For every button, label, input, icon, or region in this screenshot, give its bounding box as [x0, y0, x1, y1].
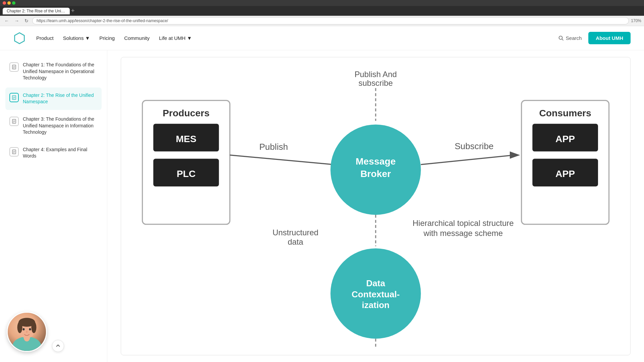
- hier-label-2: with message scheme: [423, 229, 503, 238]
- logo[interactable]: [13, 32, 25, 44]
- nav-right: Search About UMH: [558, 32, 631, 44]
- sidebar-ch4-label: Chapter 4: Examples and Final Words: [23, 146, 98, 160]
- svg-point-25: [23, 328, 25, 330]
- svg-point-27: [26, 331, 28, 333]
- back-button[interactable]: ←: [3, 17, 11, 24]
- nav-community[interactable]: Community: [124, 35, 150, 41]
- close-dot[interactable]: [3, 1, 6, 5]
- forward-button[interactable]: →: [13, 17, 21, 24]
- message-broker-label-1: Message: [356, 156, 395, 167]
- sidebar-item-ch4[interactable]: Chapter 4: Examples and Final Words: [5, 142, 102, 164]
- reload-button[interactable]: ↻: [23, 17, 30, 24]
- unstructured-label-2: data: [288, 237, 304, 246]
- active-tab[interactable]: Chapter 2: The Rise of the Unified Names…: [3, 8, 70, 14]
- svg-marker-0: [15, 33, 24, 43]
- nav-solutions[interactable]: Solutions ▼: [63, 35, 90, 41]
- logo-icon: [13, 32, 25, 44]
- subscribe-label: Subscribe: [454, 141, 493, 151]
- navbar: Product Solutions ▼ Pricing Community Li…: [0, 26, 644, 50]
- search-button[interactable]: Search: [558, 35, 582, 41]
- nav-product[interactable]: Product: [36, 35, 54, 41]
- main-layout: Chapter 1: The Foundations of the Unifie…: [0, 50, 644, 362]
- maximize-dot[interactable]: [12, 1, 15, 5]
- hier-label-1: Hierarchical topical structure: [413, 219, 514, 228]
- mes-label: MES: [176, 133, 196, 144]
- main-diagram: Publish And subscribe Producers MES PLC …: [128, 64, 624, 348]
- about-button[interactable]: About UMH: [588, 32, 631, 44]
- data-context-label-2: Contextual-: [352, 289, 399, 299]
- producers-title: Producers: [163, 108, 210, 118]
- sidebar-ch3-label: Chapter 3: The Foundations of the Unifie…: [23, 116, 98, 136]
- svg-point-1: [559, 36, 562, 39]
- sidebar-ch1-label: Chapter 1: The Foundations of the Unifie…: [23, 62, 98, 81]
- chapter4-icon: [9, 147, 19, 157]
- nav-pricing[interactable]: Pricing: [99, 35, 115, 41]
- publish-subscribe-label: Publish And: [355, 70, 397, 79]
- data-context-label-1: Data: [366, 278, 385, 288]
- unstructured-label-1: Unstructured: [273, 228, 319, 237]
- address-bar[interactable]: https://learn.umh.app/lesson/chapter-2-t…: [32, 17, 629, 24]
- diagram-container: Publish And subscribe Producers MES PLC …: [121, 57, 631, 355]
- nav-life-at-umh[interactable]: Life at UMH ▼: [159, 35, 192, 41]
- app2-label: APP: [555, 168, 575, 179]
- browser-tabs-bar: Chapter 2: The Rise of the Unified Names…: [0, 6, 644, 16]
- zoom-level: 170%: [631, 18, 641, 23]
- chapter1-icon: [9, 62, 19, 72]
- svg-point-24: [31, 322, 36, 333]
- sidebar-ch2-label: Chapter 2: The Rise of the Unified Names…: [23, 92, 98, 105]
- scroll-to-top-button[interactable]: [52, 340, 64, 352]
- message-broker-label-2: Broker: [360, 168, 391, 179]
- sidebar-item-ch1[interactable]: Chapter 1: The Foundations of the Unifie…: [5, 57, 102, 86]
- video-avatar: [7, 312, 47, 352]
- chapter2-icon: [9, 93, 19, 102]
- avatar-placeholder: [8, 313, 46, 351]
- publish-subscribe-label-2: subscribe: [359, 78, 393, 87]
- app1-label: APP: [555, 133, 575, 144]
- avatar-svg: [8, 312, 46, 352]
- chapter3-icon: [9, 117, 19, 126]
- data-context-label-3: ization: [362, 300, 390, 310]
- svg-point-26: [29, 328, 31, 330]
- plc-label: PLC: [177, 168, 196, 179]
- chevron-down-icon-2: ▼: [187, 35, 192, 41]
- chevron-down-icon: ▼: [85, 35, 90, 41]
- publish-line: [230, 155, 333, 165]
- main-content: Publish And subscribe Producers MES PLC …: [107, 50, 644, 362]
- subscribe-line: [421, 155, 514, 165]
- subscribe-arrow-head: [510, 152, 520, 159]
- svg-point-23: [17, 322, 22, 333]
- svg-line-2: [562, 39, 563, 40]
- consumers-title: Consumers: [539, 108, 591, 118]
- sidebar-item-ch2[interactable]: Chapter 2: The Rise of the Unified Names…: [5, 87, 102, 110]
- address-bar-row: ← → ↻ https://learn.umh.app/lesson/chapt…: [0, 16, 644, 26]
- nav-links: Product Solutions ▼ Pricing Community Li…: [36, 35, 548, 41]
- minimize-dot[interactable]: [7, 1, 11, 5]
- search-icon: [558, 36, 564, 41]
- sidebar-item-ch3[interactable]: Chapter 3: The Foundations of the Unifie…: [5, 111, 102, 140]
- publish-label: Publish: [259, 142, 288, 152]
- browser-chrome: [0, 0, 644, 6]
- new-tab-button[interactable]: +: [71, 7, 75, 14]
- arrow-up-icon: [56, 344, 60, 348]
